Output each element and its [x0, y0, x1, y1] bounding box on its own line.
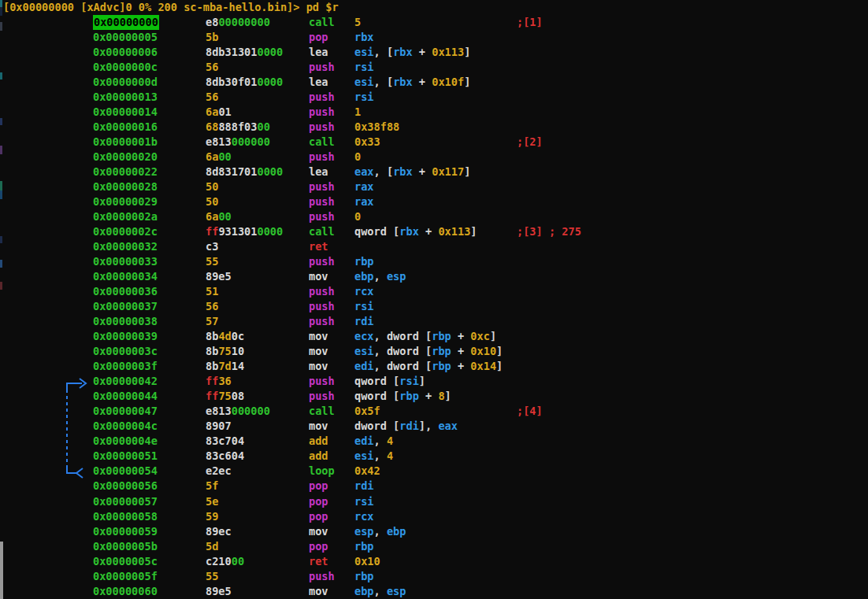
disasm-row: 0x0000003c8b7510movesi, dword [rbp + 0x1… — [0, 344, 868, 359]
operands: 5 — [354, 15, 361, 30]
mnemonic: push — [309, 90, 335, 105]
address: 0x0000000c — [93, 60, 158, 75]
terminal-window: [0x00000000 [xAdvc]0 0% 200 sc-mba-hello… — [0, 0, 868, 599]
scrollbar-mark — [0, 0, 2, 7]
opcode-bytes: 56 — [206, 60, 218, 75]
disasm-row: 0x000000055bpoprbx — [0, 30, 868, 45]
address: 0x00000058 — [93, 509, 158, 524]
address: 0x0000005b — [93, 539, 158, 554]
opcode-bytes: 68888f0300 — [206, 120, 270, 135]
operands: rsi — [354, 494, 374, 509]
opcode-bytes: 50 — [206, 179, 218, 194]
disasm-row: 0x0000005183c604addesi, 4 — [0, 449, 868, 464]
address: 0x00000022 — [93, 165, 158, 179]
disasm-row: 0x0000005989ecmovesp, ebp — [0, 524, 868, 539]
disasm-row: 0x0000003489e5movebp, esp — [0, 269, 868, 284]
operands: rcx — [354, 284, 374, 299]
mnemonic: push — [309, 60, 335, 75]
mnemonic: push — [309, 150, 335, 165]
disasm-row: 0x0000004c8907movdword [rdi], eax — [0, 419, 868, 434]
operands: rbp — [354, 539, 374, 554]
disasm-row: 0x0000002cff9313010000callqword [rbx + 0… — [0, 224, 868, 239]
operands: 0x33 — [354, 135, 380, 150]
arrowhead-left-icon — [76, 468, 83, 478]
operands: 1 — [354, 105, 361, 120]
disasm-row: 0x000000228d8317010000leaeax, [rbx + 0x1… — [0, 165, 868, 179]
opcode-bytes: 59 — [206, 509, 218, 524]
opcode-bytes: 55 — [206, 569, 218, 584]
mnemonic: push — [309, 374, 335, 389]
operands: qword [rbp + 8] — [354, 389, 451, 404]
opcode-bytes: 8b7510 — [206, 344, 244, 359]
mnemonic: mov — [309, 419, 328, 434]
address: 0x00000034 — [93, 269, 158, 284]
opcode-bytes: 8907 — [206, 419, 232, 434]
operands: rsi — [354, 90, 374, 105]
address: 0x00000042 — [93, 374, 158, 389]
operands: 0 — [354, 209, 361, 224]
operands: 0x5f — [354, 404, 380, 419]
disasm-row: 0x000000146a01push1 — [0, 105, 868, 120]
operands: qword [rsi] — [354, 374, 425, 389]
address: 0x00000057 — [93, 494, 158, 509]
disasm-row: 0x0000003651pushrcx — [0, 284, 868, 299]
operands: edi, dword [rbp + 0x14] — [354, 359, 503, 374]
mnemonic: loop — [309, 464, 335, 479]
operands: ebp, esp — [354, 269, 406, 284]
mnemonic: mov — [309, 359, 328, 374]
mnemonic: push — [309, 120, 335, 135]
operands: rbp — [354, 254, 374, 269]
mnemonic: pop — [309, 539, 328, 554]
mnemonic: mov — [309, 329, 328, 344]
mnemonic: pop — [309, 509, 328, 524]
xref-comment: ;[3] ; 275 — [517, 224, 581, 239]
address: 0x00000037 — [93, 299, 158, 314]
operands: rsi — [354, 299, 374, 314]
address: 0x00000014 — [93, 105, 158, 120]
mnemonic: mov — [309, 269, 328, 284]
opcode-bytes: 51 — [206, 284, 218, 299]
address: 0x00000013 — [93, 90, 158, 105]
mnemonic: call — [309, 224, 335, 239]
mnemonic: pop — [309, 30, 328, 45]
address: 0x0000002a — [93, 209, 158, 224]
operands: edi, 4 — [354, 434, 393, 449]
disassembly-listing: 0x00000000e800000000call5;[1]0x000000055… — [0, 15, 868, 599]
disasm-row: 0x0000003857pushrdi — [0, 314, 868, 329]
address: 0x0000003c — [93, 344, 158, 359]
operands: rax — [354, 194, 374, 209]
mnemonic: pop — [309, 479, 328, 494]
mnemonic: push — [309, 254, 335, 269]
jump-arrow — [63, 375, 95, 485]
address: 0x0000001b — [93, 135, 158, 150]
disasm-row: 0x00000042ff36pushqword [rsi] — [0, 374, 868, 389]
disasm-row: 0x0000006089e5movebp, esp — [0, 584, 868, 599]
disasm-row: 0x000000565fpoprdi — [0, 479, 868, 494]
command-line[interactable]: [0x00000000 [xAdvc]0 0% 200 sc-mba-hello… — [3, 0, 339, 15]
operands: rsi — [354, 60, 374, 75]
xref-comment: ;[1] — [517, 15, 543, 30]
disasm-row: 0x0000000c56pushrsi — [0, 60, 868, 75]
address: 0x00000059 — [93, 524, 158, 539]
address: 0x0000003f — [93, 359, 158, 374]
mnemonic: push — [309, 179, 335, 194]
operands: esi, 4 — [354, 449, 393, 464]
address: 0x00000006 — [93, 45, 158, 60]
opcode-bytes: 56 — [206, 299, 218, 314]
disasm-row: 0x00000047e813000000call0x5f;[4] — [0, 404, 868, 419]
disasm-row: 0x0000004e83c704addedi, 4 — [0, 434, 868, 449]
address: 0x00000047 — [93, 404, 158, 419]
opcode-bytes: 57 — [206, 314, 218, 329]
mnemonic: ret — [309, 554, 328, 569]
opcode-bytes: 8db313010000 — [206, 45, 283, 60]
operands: esp, ebp — [354, 524, 406, 539]
opcode-bytes: ff7508 — [206, 389, 244, 404]
disasm-row: 0x00000000e800000000call5;[1] — [0, 15, 868, 30]
opcode-bytes: e813000000 — [206, 135, 270, 150]
address: 0x00000051 — [93, 449, 158, 464]
mnemonic: ret — [309, 239, 328, 254]
opcode-bytes: c21000 — [206, 554, 244, 569]
disasm-row: 0x0000003756pushrsi — [0, 299, 868, 314]
opcode-bytes: 89e5 — [206, 584, 232, 599]
disasm-row: 0x0000001356pushrsi — [0, 90, 868, 105]
